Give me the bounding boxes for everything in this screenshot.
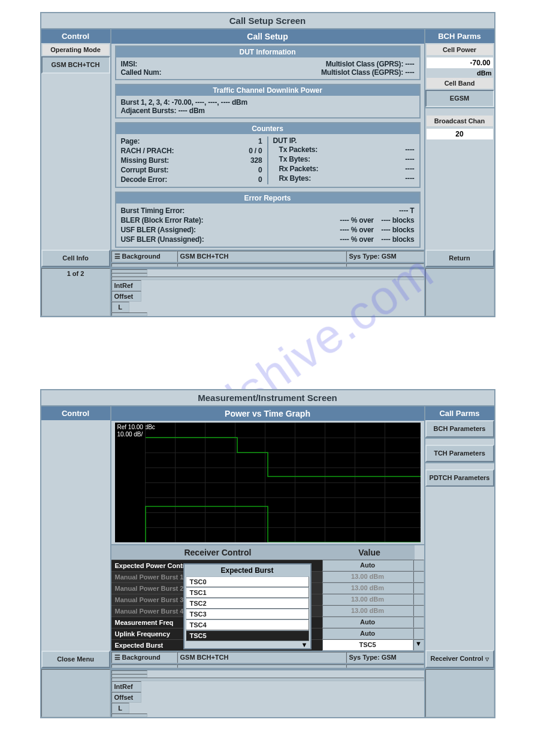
- down-arrow-icon: [413, 605, 424, 617]
- down-arrow-icon: [413, 560, 424, 571]
- right-softkey-header-2: Call Parms: [425, 406, 494, 420]
- counters-box: Counters Page:1RACH / PRACH:0 / 0Missing…: [115, 122, 421, 188]
- counter-label: Rx Bytes:: [279, 174, 312, 183]
- measurement-screen: Measurement/Instrument Screen Control Cl…: [40, 389, 495, 718]
- popup-item[interactable]: TSC3: [186, 609, 309, 620]
- burst-1234: Burst 1, 2, 3, 4: -70.00, ----, ----, --…: [121, 98, 415, 107]
- error-label: USF BLER (Unassigned):: [121, 235, 204, 244]
- counter-value: 328: [250, 156, 262, 165]
- operating-mode-value[interactable]: GSM BCH+TCH: [41, 56, 110, 74]
- status-background: Background: [122, 253, 161, 260]
- cell-info-button[interactable]: Cell Info: [41, 250, 110, 267]
- counter-value: ----: [405, 174, 414, 183]
- counter-label: Missing Burst:: [121, 156, 170, 165]
- down-arrow-icon: [413, 594, 424, 605]
- error-label: Burst Timing Error:: [121, 207, 185, 215]
- error-value: ---- T: [399, 207, 414, 215]
- value-header: Value: [325, 545, 415, 560]
- tcdp-box: Traffic Channel Downlink Power Burst 1, …: [115, 84, 421, 119]
- error-label: USF BLER (Assigned):: [121, 226, 196, 234]
- status-offset: Offset: [111, 291, 141, 302]
- error-reports-title: Error Reports: [116, 193, 419, 204]
- dbm-unit: dBm: [425, 69, 494, 77]
- multislot-gprs: Multislot Class (GPRS): ----: [268, 60, 415, 68]
- popup-item[interactable]: TSC2: [186, 598, 309, 609]
- expected-burst-popup: Expected Burst TSC0TSC1TSC2TSC3TSC4TSC5▼: [183, 563, 312, 649]
- error-value: ---- % over ---- blocks: [340, 216, 414, 224]
- right-softkey-header: BCH Parms: [425, 29, 494, 43]
- dut-info-title: DUT Information: [116, 47, 419, 57]
- status-background-2: Background: [122, 654, 161, 661]
- counter-label: Tx Bytes:: [279, 155, 310, 163]
- down-arrow-icon[interactable]: ▼: [185, 641, 310, 648]
- screen-title: Call Setup Screen: [41, 13, 494, 29]
- status-systype-2: Sys Type: GSM: [346, 652, 424, 663]
- mask-trace: [115, 423, 421, 542]
- tcdp-title: Traffic Channel Downlink Power: [116, 85, 419, 96]
- down-arrow-icon[interactable]: ▼: [413, 639, 424, 651]
- cell-power-label: Cell Power: [427, 44, 493, 55]
- status-intref: IntRef: [111, 280, 141, 291]
- error-reports-box: Error Reports Burst Timing Error:---- TB…: [115, 192, 421, 248]
- broadcast-chan-label: Broadcast Chan: [427, 116, 493, 126]
- broadcast-chan-value[interactable]: 20: [427, 129, 493, 139]
- popup-item[interactable]: TSC1: [186, 587, 309, 598]
- counters-title: Counters: [116, 123, 419, 134]
- popup-item[interactable]: TSC5: [186, 630, 309, 641]
- dut-information-box: DUT Information IMSI: Called Num: Multis…: [115, 45, 421, 80]
- status-mode-2: GSM BCH+TCH: [177, 652, 346, 663]
- cell-band-value[interactable]: EGSM: [425, 90, 494, 107]
- imsi-label: IMSI:: [121, 60, 268, 68]
- pager: 1 of 2: [41, 268, 110, 316]
- call-setup-screen: Call Setup Screen Control Operating Mode…: [40, 12, 495, 317]
- error-value: ---- % over ---- blocks: [340, 226, 414, 234]
- left-softkey-header-2: Control: [41, 406, 110, 420]
- popup-item[interactable]: TSC0: [186, 576, 309, 587]
- error-value: ---- % over ---- blocks: [340, 235, 414, 244]
- cell-power-value[interactable]: -70.00: [427, 57, 493, 68]
- rc-value: 13.00 dBm: [322, 605, 413, 617]
- counter-label: Page:: [121, 137, 140, 145]
- down-arrow-icon: [413, 617, 424, 628]
- screen-title-2: Measurement/Instrument Screen: [41, 390, 494, 406]
- cell-band-label: Cell Band: [427, 78, 493, 89]
- error-label: BLER (Block Error Rate):: [121, 216, 204, 224]
- counter-value: 0: [258, 175, 262, 184]
- tch-parameters-button[interactable]: TCH Parameters: [425, 445, 494, 462]
- counter-value: ----: [405, 155, 414, 163]
- receiver-control-button[interactable]: Receiver Control ▽: [425, 650, 494, 668]
- counter-label: Decode Error:: [121, 175, 167, 184]
- status-l-2: L: [111, 703, 129, 714]
- counter-value: 1: [258, 137, 262, 145]
- pdtch-parameters-button[interactable]: PDTCH Parameters: [425, 469, 494, 487]
- multislot-egprs: Multislot Class (EGPRS): ----: [268, 68, 415, 77]
- rc-value[interactable]: Auto: [322, 628, 413, 639]
- operating-mode-label: Operating Mode: [43, 44, 109, 55]
- rc-value: 13.00 dBm: [322, 594, 413, 605]
- rc-value: 13.00 dBm: [322, 571, 413, 582]
- power-vs-time-graph: Ref 10.00 dBc 10.00 dB/: [115, 423, 421, 542]
- rc-value[interactable]: Auto: [322, 560, 413, 571]
- status-l: L: [111, 302, 129, 312]
- close-menu-button[interactable]: Close Menu: [41, 651, 110, 668]
- return-button[interactable]: Return: [425, 250, 494, 267]
- rc-value: 13.00 dBm: [322, 582, 413, 594]
- rc-value[interactable]: Auto: [322, 617, 413, 628]
- rc-value[interactable]: TSC5: [322, 639, 413, 651]
- counter-label: Corrupt Burst:: [121, 166, 169, 174]
- status-systype: Sys Type: GSM: [346, 251, 424, 262]
- status-intref-2: IntRef: [111, 681, 141, 692]
- popup-title: Expected Burst: [185, 564, 310, 576]
- left-softkey-header: Control: [41, 29, 110, 43]
- popup-item[interactable]: TSC4: [186, 620, 309, 630]
- counter-label: Rx Packets:: [279, 165, 319, 173]
- bch-parameters-button[interactable]: BCH Parameters: [425, 420, 494, 438]
- down-arrow-icon: [413, 571, 424, 582]
- counter-value: ----: [405, 165, 414, 173]
- called-num-label: Called Num:: [121, 68, 268, 77]
- status-mode: GSM BCH+TCH: [177, 251, 346, 262]
- down-arrow-icon: [413, 582, 424, 594]
- counter-value: 0 / 0: [249, 147, 262, 155]
- adjacent-bursts: Adjacent Bursts: ---- dBm: [121, 107, 415, 115]
- center-header: Call Setup: [111, 29, 424, 44]
